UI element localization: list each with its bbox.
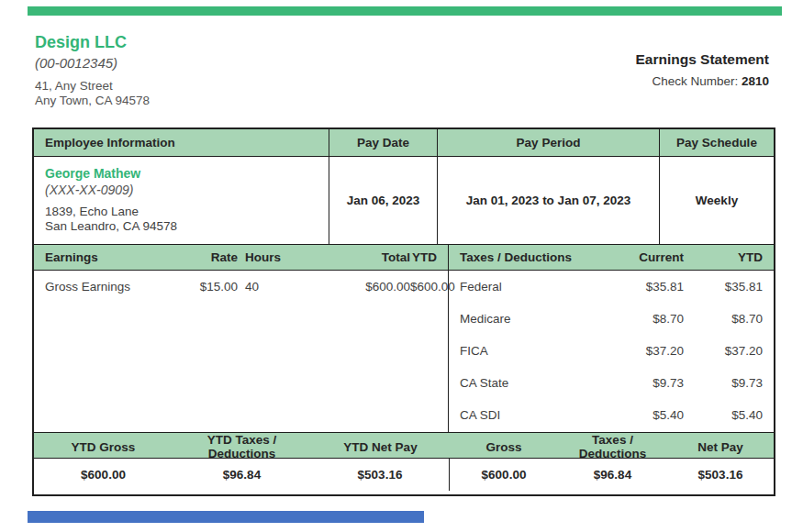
tax-label: CA State: [460, 376, 592, 390]
statement-title: Earnings Statement: [635, 51, 769, 68]
summary-header-ytd-net-pay: YTD Net Pay: [311, 440, 450, 454]
earnings-header-rate: Rate: [162, 250, 238, 264]
header-employee-information: Employee Information: [34, 129, 329, 156]
check-number-label: Check Number:: [652, 74, 742, 88]
taxes-column: Taxes / Deductions Current YTD Federal $…: [449, 245, 774, 432]
summary-value-row: $600.00 $96.84 $503.16 $600.00 $96.84 $5…: [34, 459, 774, 491]
tax-row-fica: FICA $37.20 $37.20: [449, 335, 774, 367]
check-number-line: Check Number: 2810: [635, 74, 769, 88]
summary-value-ytd-gross: $600.00: [34, 459, 173, 491]
top-accent-bar: [28, 6, 782, 16]
earnings-header-hours: Hours: [238, 250, 315, 264]
taxes-header-row: Taxes / Deductions Current YTD: [449, 245, 774, 271]
tax-current: $5.40: [592, 408, 684, 422]
tax-current: $37.20: [592, 344, 684, 358]
earnings-column: Earnings Rate Hours Total YTD Gross Earn…: [34, 245, 449, 432]
company-address: 41, Any Street Any Town, CA 94578: [35, 79, 150, 108]
company-block: Design LLC (00-0012345) 41, Any Street A…: [35, 33, 150, 108]
earnings-row-label: Gross Earnings: [45, 280, 162, 294]
tax-current: $9.73: [592, 376, 684, 390]
tax-row-federal: Federal $35.81 $35.81: [449, 271, 774, 303]
tax-label: Federal: [460, 280, 592, 294]
summary-header-net-pay: Net Pay: [667, 440, 774, 454]
info-value-row: George Mathew (XXX-XX-0909) 1839, Echo L…: [34, 157, 774, 245]
earnings-taxes-section: Earnings Rate Hours Total YTD Gross Earn…: [34, 245, 774, 433]
info-header-row: Employee Information Pay Date Pay Period…: [34, 129, 774, 157]
tax-ytd: $9.73: [684, 376, 763, 390]
tax-ytd: $5.40: [684, 408, 763, 422]
summary-header-ytd-taxes: YTD Taxes / Deductions: [173, 433, 311, 460]
tax-label: CA SDI: [460, 408, 592, 422]
tax-row-ca-sdi: CA SDI $5.40 $5.40: [449, 399, 774, 431]
earnings-statement-page: Design LLC (00-0012345) 41, Any Street A…: [0, 0, 803, 532]
earnings-header-ytd: YTD: [410, 250, 437, 264]
earnings-row-gross: Gross Earnings $15.00 40 $600.00 $600.00: [34, 271, 448, 303]
tax-row-medicare: Medicare $8.70 $8.70: [449, 303, 774, 335]
company-address-line2: Any Town, CA 94578: [35, 94, 150, 108]
paystub-table: Employee Information Pay Date Pay Period…: [32, 127, 775, 496]
tax-ytd: $8.70: [684, 312, 763, 326]
employee-info-cell: George Mathew (XXX-XX-0909) 1839, Echo L…: [34, 157, 329, 244]
company-address-line1: 41, Any Street: [35, 79, 150, 94]
employee-name: George Mathew: [45, 166, 318, 181]
earnings-row-hours: 40: [238, 280, 315, 294]
statement-block: Earnings Statement Check Number: 2810: [635, 51, 769, 88]
taxes-header-current: Current: [592, 250, 684, 264]
summary-header-ytd-gross: YTD Gross: [34, 440, 173, 454]
taxes-header-ytd: YTD: [684, 250, 763, 264]
summary-value-ytd-taxes: $96.84: [173, 459, 311, 491]
header-pay-schedule: Pay Schedule: [660, 129, 774, 156]
employee-address: 1839, Echo Lane San Leandro, CA 94578: [45, 205, 318, 234]
tax-row-ca-state: CA State $9.73 $9.73: [449, 367, 774, 399]
summary-header-taxes: Taxes / Deductions: [558, 433, 667, 460]
earnings-header-row: Earnings Rate Hours Total YTD: [34, 245, 448, 271]
header-pay-date: Pay Date: [329, 129, 438, 156]
header-pay-period: Pay Period: [438, 129, 660, 156]
tax-ytd: $35.81: [684, 280, 763, 294]
tax-current: $35.81: [592, 280, 684, 294]
tax-ytd: $37.20: [684, 344, 763, 358]
earnings-header-total: Total: [315, 250, 410, 264]
earnings-row-total: $600.00: [315, 280, 410, 294]
pay-date-value: Jan 06, 2023: [329, 157, 438, 244]
summary-value-taxes: $96.84: [558, 459, 667, 491]
summary-value-gross: $600.00: [450, 459, 558, 491]
tax-label: FICA: [460, 344, 592, 358]
employee-address-line2: San Leandro, CA 94578: [45, 219, 318, 234]
company-id: (00-0012345): [35, 55, 150, 71]
summary-value-ytd-net-pay: $503.16: [311, 459, 450, 491]
earnings-row-rate: $15.00: [162, 280, 238, 294]
company-name: Design LLC: [35, 33, 150, 52]
pay-schedule-value: Weekly: [660, 157, 774, 244]
tax-current: $8.70: [592, 312, 684, 326]
earnings-header-label: Earnings: [45, 250, 162, 264]
employee-ssn: (XXX-XX-0909): [45, 183, 318, 197]
check-number-value: 2810: [742, 74, 769, 88]
summary-header-gross: Gross: [450, 440, 558, 454]
employee-address-line1: 1839, Echo Lane: [45, 205, 318, 219]
pay-period-value: Jan 01, 2023 to Jan 07, 2023: [438, 157, 660, 244]
taxes-header-label: Taxes / Deductions: [460, 250, 592, 264]
tax-label: Medicare: [460, 312, 592, 326]
bottom-accent-bar: [28, 511, 424, 523]
summary-value-net-pay: $503.16: [667, 459, 774, 491]
summary-header-row: YTD Gross YTD Taxes / Deductions YTD Net…: [34, 433, 774, 459]
